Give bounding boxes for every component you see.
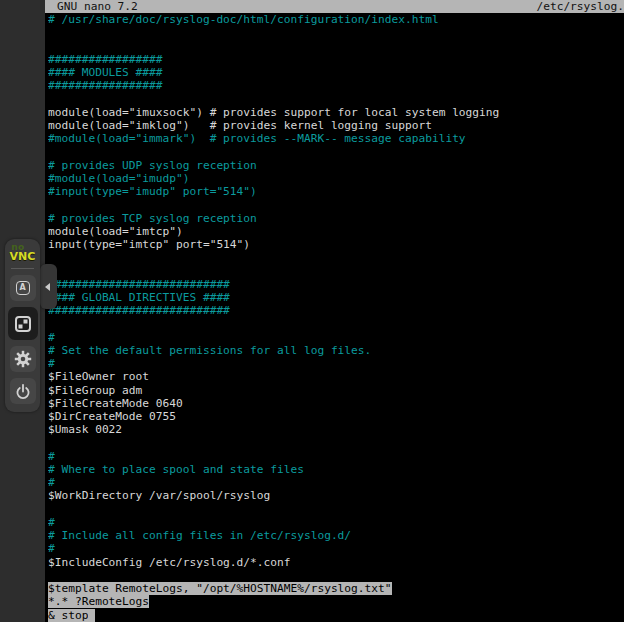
terminal-line <box>48 437 624 450</box>
collapse-left-icon <box>45 283 50 291</box>
fullscreen-button[interactable] <box>8 307 38 340</box>
terminal-line: # provides UDP syslog reception <box>48 159 624 172</box>
nano-version-label: GNU nano 7.2 <box>45 0 138 13</box>
terminal-line: # Where to place spool and state files <box>48 463 624 476</box>
terminal-line: #### MODULES #### <box>48 66 624 79</box>
a-key-icon: A <box>16 281 30 295</box>
novnc-logo-vnc: VNC <box>10 251 36 262</box>
terminal-line: # Set the default permissions for all lo… <box>48 344 624 357</box>
terminal-line: $WorkDirectory /var/spool/rsyslog <box>48 489 624 502</box>
settings-button[interactable] <box>10 346 36 372</box>
terminal-line: #### GLOBAL DIRECTIVES #### <box>48 291 624 304</box>
terminal-line: ########################### <box>48 278 624 291</box>
terminal-line <box>48 198 624 211</box>
novnc-control-bar: no VNC A <box>5 239 40 412</box>
terminal-line: $DirCreateMode 0755 <box>48 410 624 423</box>
terminal-line: # <box>48 331 624 344</box>
power-button[interactable] <box>10 378 36 404</box>
terminal-line <box>48 317 624 330</box>
desktop: GNU nano 7.2 /etc/rsyslog. # /usr/share/… <box>0 0 624 622</box>
terminal-line: # Include all config files in /etc/rsysl… <box>48 529 624 542</box>
terminal-line <box>48 251 624 264</box>
novnc-logo: no VNC <box>10 244 36 262</box>
terminal-line: $template RemoteLogs, "/opt/%HOSTNAME%/r… <box>48 582 624 595</box>
terminal-line: $IncludeConfig /etc/rsyslog.d/*.conf <box>48 556 624 569</box>
terminal-line: ################# <box>48 53 624 66</box>
terminal-screen[interactable]: # /usr/share/doc/rsyslog-doc/html/config… <box>48 13 624 622</box>
terminal-line: input(type="imtcp" port="514") <box>48 238 624 251</box>
terminal-line: module(load="imuxsock") # provides suppo… <box>48 106 624 119</box>
terminal-window[interactable]: GNU nano 7.2 /etc/rsyslog. # /usr/share/… <box>45 0 624 622</box>
terminal-line <box>48 503 624 516</box>
terminal-line: # <box>48 357 624 370</box>
terminal-line: $Umask 0022 <box>48 423 624 436</box>
terminal-line <box>48 92 624 105</box>
terminal-line: # <box>48 516 624 529</box>
terminal-line: #module(load="immark") # provides --MARK… <box>48 132 624 145</box>
terminal-line: # <box>48 450 624 463</box>
panel-buttons: A <box>8 275 38 404</box>
extra-keys-button[interactable]: A <box>10 275 36 301</box>
terminal-line: $FileGroup adm <box>48 384 624 397</box>
terminal-line: $FileOwner root <box>48 370 624 383</box>
terminal-line: *.* ?RemoteLogs <box>48 595 624 608</box>
terminal-line: # <box>48 542 624 555</box>
terminal-line: ########################### <box>48 304 624 317</box>
gear-icon <box>14 350 32 368</box>
terminal-line <box>48 39 624 52</box>
fullscreen-icon <box>14 315 32 333</box>
terminal-line: module(load="imtcp") <box>48 225 624 238</box>
terminal-line <box>48 264 624 277</box>
nano-titlebar: GNU nano 7.2 /etc/rsyslog. <box>45 0 624 13</box>
terminal-line: # provides TCP syslog reception <box>48 212 624 225</box>
terminal-line: $FileCreateMode 0640 <box>48 397 624 410</box>
control-bar-handle[interactable] <box>40 264 57 309</box>
terminal-line <box>48 145 624 158</box>
cursor <box>88 609 95 622</box>
terminal-line: module(load="imklog") # provides kernel … <box>48 119 624 132</box>
terminal-line: # <box>48 476 624 489</box>
terminal-line: ################# <box>48 79 624 92</box>
power-icon <box>14 382 32 400</box>
terminal-line: #input(type="imudp" port="514") <box>48 185 624 198</box>
terminal-line <box>48 26 624 39</box>
terminal-line: # /usr/share/doc/rsyslog-doc/html/config… <box>48 13 624 26</box>
terminal-line <box>48 569 624 582</box>
terminal-line: #module(load="imudp") <box>48 172 624 185</box>
panel-divider <box>11 268 34 269</box>
terminal-line: & stop <box>48 609 624 622</box>
nano-filename-label: /etc/rsyslog. <box>536 0 624 13</box>
